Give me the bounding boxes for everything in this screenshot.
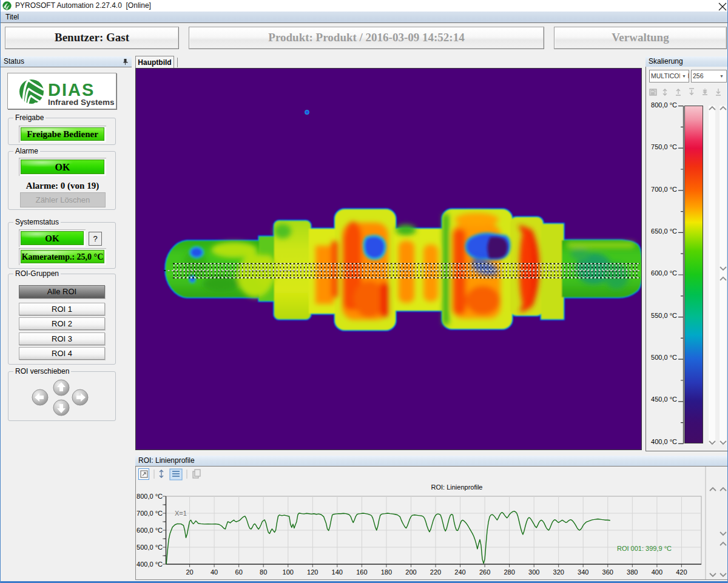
svg-text:DIAS: DIAS <box>48 80 95 99</box>
svg-text:180: 180 <box>381 568 392 576</box>
svg-text:420: 420 <box>676 568 687 576</box>
svg-text:ROI: Linienprofile: ROI: Linienprofile <box>431 484 483 491</box>
svg-text:Infrared Systems: Infrared Systems <box>48 98 115 107</box>
svg-text:700,0 °C: 700,0 °C <box>136 510 163 517</box>
svg-text:160: 160 <box>356 568 367 576</box>
svg-text:380: 380 <box>627 568 638 576</box>
svg-text:600,0 °C: 600,0 °C <box>136 527 163 534</box>
svg-text:80: 80 <box>260 568 267 576</box>
svg-text:60: 60 <box>235 568 243 576</box>
svg-text:ROI 001: 399,9 °C: ROI 001: 399,9 °C <box>617 545 672 552</box>
svg-text:240: 240 <box>454 568 465 576</box>
svg-text:260: 260 <box>479 568 490 576</box>
svg-text:20: 20 <box>186 568 193 576</box>
svg-text:X=1: X=1 <box>175 510 187 517</box>
svg-text:200: 200 <box>405 568 416 576</box>
svg-text:300: 300 <box>528 568 539 576</box>
svg-text:120: 120 <box>307 568 318 576</box>
svg-text:220: 220 <box>430 568 441 576</box>
svg-text:340: 340 <box>578 568 588 576</box>
svg-text:400,0 °C: 400,0 °C <box>136 561 163 568</box>
svg-text:40: 40 <box>211 568 218 576</box>
svg-text:100: 100 <box>283 568 294 576</box>
svg-text:800,0 °C: 800,0 °C <box>136 493 163 500</box>
svg-text:280: 280 <box>504 568 514 576</box>
svg-text:500,0 °C: 500,0 °C <box>136 544 163 551</box>
svg-text:320: 320 <box>553 568 564 576</box>
svg-text:360: 360 <box>602 568 613 576</box>
svg-text:140: 140 <box>332 568 343 576</box>
svg-text:400: 400 <box>652 568 662 576</box>
